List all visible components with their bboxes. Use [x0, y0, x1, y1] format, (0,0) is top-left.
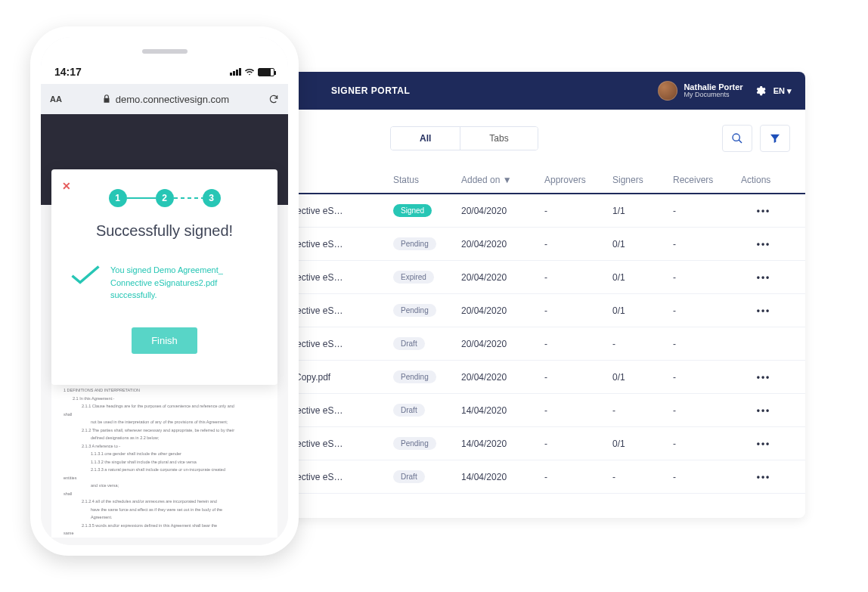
doc-line: 2.1.3.3 a natural person shall include c… [64, 466, 265, 473]
language-selector[interactable]: EN ▾ [773, 86, 792, 96]
gear-icon[interactable] [754, 85, 766, 97]
row-actions[interactable]: ••• [741, 405, 786, 416]
row-date: 14/04/2020 [461, 472, 544, 482]
status-badge: Pending [393, 370, 436, 383]
modal-heading: Successfully signed! [68, 222, 261, 240]
success-modal: ✕ 1 2 3 Successfully signed! You signed … [51, 169, 277, 385]
seg-all[interactable]: All [391, 127, 460, 150]
row-actions[interactable]: ••• [741, 206, 786, 216]
finish-button[interactable]: Finish [132, 327, 197, 354]
row-actions[interactable]: ••• [741, 239, 786, 250]
filter-button[interactable] [760, 125, 790, 152]
row-signers: - [612, 339, 673, 349]
row-signers: 0/1 [612, 305, 673, 316]
phone-earpiece [142, 49, 188, 54]
documents-table: Status Added on ▼ Approvers Signers Rece… [227, 167, 805, 494]
row-receivers: - [673, 405, 741, 416]
row-actions[interactable]: ••• [741, 472, 786, 482]
row-signers: 0/1 [612, 372, 673, 383]
search-button[interactable] [722, 125, 752, 152]
row-actions[interactable]: ••• [741, 372, 786, 383]
row-approvers: - [544, 372, 612, 383]
url-display[interactable]: demo.connectivesign.com [71, 94, 259, 105]
row-actions[interactable]: ••• [741, 305, 786, 316]
table-row[interactable]: ement_ Connective eS…Expired20/04/2020-0… [227, 261, 805, 294]
seg-tabs[interactable]: Tabs [460, 127, 537, 150]
doc-line: shall [64, 411, 265, 418]
status-badge: Expired [393, 271, 434, 284]
svg-point-0 [733, 134, 739, 141]
doc-line: 2.1.3.5 words and/or expressions defined… [64, 522, 265, 529]
wifi-icon [244, 68, 255, 76]
row-receivers: - [673, 272, 741, 283]
col-added[interactable]: Added on ▼ [461, 175, 544, 185]
text-size-control[interactable]: AA [50, 95, 62, 104]
row-approvers: - [544, 439, 612, 449]
view-segment: All Tabs [390, 126, 538, 150]
row-approvers: - [544, 206, 612, 216]
table-row[interactable]: ement_ Connective eS…Pending20/04/2020-0… [227, 228, 805, 261]
close-icon[interactable]: ✕ [62, 180, 71, 192]
doc-line: same [64, 530, 265, 537]
table-row[interactable]: ement_ Connective eS…Draft14/04/2020---•… [227, 394, 805, 427]
doc-line: shall [64, 491, 265, 497]
status-badge: Draft [393, 337, 425, 350]
row-receivers: - [673, 439, 741, 449]
status-badge: Draft [393, 470, 425, 483]
table-row[interactable]: ement_ Connective eS…Draft14/04/2020---•… [227, 460, 805, 494]
user-menu[interactable]: Nathalie Porter My Documents [658, 81, 742, 101]
row-approvers: - [544, 472, 612, 482]
col-actions: Actions [741, 175, 786, 185]
row-date: 20/04/2020 [461, 206, 544, 216]
row-date: 20/04/2020 [461, 339, 544, 349]
table-row[interactable]: t document - Copy.pdfPending20/04/2020-0… [227, 361, 805, 394]
row-date: 14/04/2020 [461, 405, 544, 416]
battery-icon [258, 68, 274, 76]
user-subtitle: My Documents [684, 91, 742, 99]
lock-icon [101, 94, 112, 104]
row-approvers: - [544, 239, 612, 250]
row-signers: - [612, 405, 673, 416]
row-date: 14/04/2020 [461, 439, 544, 449]
doc-line: not be used in the interpretation of any… [64, 419, 265, 426]
row-actions[interactable]: ••• [741, 439, 786, 449]
row-approvers: - [544, 405, 612, 416]
row-signers: 0/1 [612, 239, 673, 250]
doc-line: 1.1.3.1 one gender shall include the oth… [64, 451, 265, 457]
table-row[interactable]: ement_ Connective eS…Pending20/04/2020-0… [227, 294, 805, 327]
col-receivers[interactable]: Receivers [673, 175, 741, 185]
col-signers[interactable]: Signers [612, 175, 673, 185]
doc-line: 2.1 In this Agreement:- [64, 395, 265, 402]
status-time: 14:17 [54, 66, 82, 78]
svg-line-1 [739, 140, 742, 143]
doc-line: 2.1.3 A reference to - [64, 443, 265, 450]
portal-title: SIGNER PORTAL [331, 85, 410, 96]
status-badge: Pending [393, 237, 436, 250]
row-receivers: - [673, 472, 741, 482]
doc-line: 1 DEFINITIONS AND INTERPRETATION [64, 387, 265, 394]
row-date: 20/04/2020 [461, 305, 544, 316]
col-status[interactable]: Status [393, 175, 461, 185]
status-badge: Pending [393, 304, 436, 317]
check-icon [70, 264, 101, 285]
col-approvers[interactable]: Approvers [544, 175, 612, 185]
document-preview: 1 DEFINITIONS AND INTERPRETATION2.1 In t… [51, 377, 277, 538]
doc-line: and vice versa; [64, 482, 265, 489]
row-actions[interactable]: ••• [741, 272, 786, 283]
table-header: Status Added on ▼ Approvers Signers Rece… [227, 167, 805, 194]
url-host: demo.connectivesign.com [116, 94, 229, 105]
step-3: 3 [203, 189, 221, 207]
row-receivers: - [673, 372, 741, 383]
progress-stepper: 1 2 3 [68, 189, 261, 207]
phone-screen: 14:17 AA demo.connectivesign.com 1 DEFIN… [41, 37, 288, 545]
avatar [658, 81, 677, 101]
table-row[interactable]: ement_ Connective eS…Draft20/04/2020--- [227, 327, 805, 361]
phone-statusbar: 14:17 [41, 37, 288, 84]
row-signers: - [612, 472, 673, 482]
portal-header: SIGNER PORTAL Nathalie Porter My Documen… [227, 72, 805, 110]
search-icon [731, 132, 743, 144]
table-row[interactable]: ement_ Connective eS…Signed20/04/2020-1/… [227, 194, 805, 228]
table-row[interactable]: ement_ Connective eS…Pending14/04/2020-0… [227, 427, 805, 460]
reload-icon[interactable] [268, 94, 279, 104]
modal-message: You signed Demo Agreement_ Connective eS… [110, 264, 259, 302]
